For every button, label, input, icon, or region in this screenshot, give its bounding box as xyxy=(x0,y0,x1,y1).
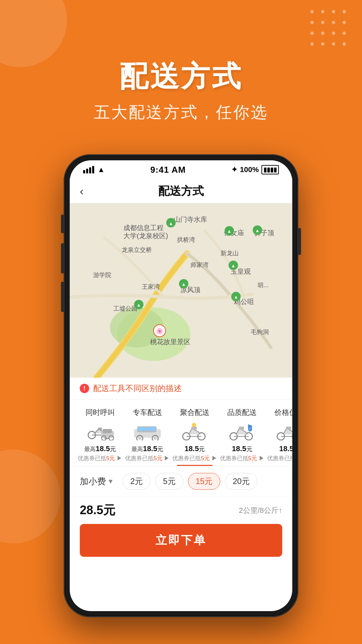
total-row: 28.5元 2公里/8公斤↑ xyxy=(70,496,292,524)
option-name-1: 专车配送 xyxy=(133,408,162,418)
svg-text:桃花故里景区: 桃花故里景区 xyxy=(150,338,190,345)
svg-rect-49 xyxy=(147,427,156,431)
svg-text:▲: ▲ xyxy=(136,302,141,308)
map-svg: 成都信息工程 大学(龙泉校区) 龙泉立交桥 山门寺水库 仙女庙 狮子顶 游学院 … xyxy=(70,203,292,378)
svg-text:▲: ▲ xyxy=(234,294,238,300)
option-name-4: 价格优先 xyxy=(275,408,292,418)
total-price: 28.5元 xyxy=(80,502,115,519)
svg-rect-43 xyxy=(103,429,112,433)
chip-20yuan[interactable]: 20元 xyxy=(225,473,257,490)
svg-text:新龙山: 新龙山 xyxy=(221,250,239,257)
svg-text:大学(龙泉校区): 大学(龙泉校区) xyxy=(123,232,168,239)
svg-text:▲: ▲ xyxy=(169,221,173,226)
nav-title: 配送方式 xyxy=(158,183,204,199)
delivery-option-4[interactable]: 价格优先 ¥ 18. xyxy=(266,408,292,466)
svg-rect-48 xyxy=(138,427,146,431)
status-bar: ▲ 9:41 AM ✦ 100% ▮▮▮▮ xyxy=(70,160,292,179)
extra-fee-label: 加小费 ▼ xyxy=(80,476,114,487)
extra-fee-row: 加小费 ▼ 2元 5元 15元 20元 xyxy=(70,466,292,496)
option-coupon-4: 优惠券已抵5元 ▶ xyxy=(267,454,292,462)
svg-point-57 xyxy=(192,423,196,427)
delivery-option-1[interactable]: 专车配送 最高18 xyxy=(124,408,171,466)
chip-5yuan[interactable]: 5元 xyxy=(155,473,183,490)
svg-text:▲: ▲ xyxy=(231,263,236,268)
svg-text:成都信息工程: 成都信息工程 xyxy=(123,224,164,231)
svg-text:▲: ▲ xyxy=(227,228,232,234)
svg-text:龙泉立交桥: 龙泉立交桥 xyxy=(122,247,152,253)
option-icon-1 xyxy=(132,421,163,441)
warning-icon: ! xyxy=(80,384,89,393)
map-area[interactable]: 成都信息工程 大学(龙泉校区) 龙泉立交桥 山门寺水库 仙女庙 狮子顶 游学院 … xyxy=(70,203,292,378)
svg-text:游学院: 游学院 xyxy=(93,272,111,278)
status-time: 9:41 AM xyxy=(150,165,186,175)
signal-bar-4 xyxy=(92,166,94,173)
dots-decoration xyxy=(310,10,349,48)
signal-bars xyxy=(83,166,94,173)
battery-icon: ▮▮▮▮ xyxy=(261,165,279,174)
extra-fee-chips: 2元 5元 15元 20元 xyxy=(123,473,257,490)
svg-text:工墟公园: 工墟公园 xyxy=(113,305,137,312)
status-right: ✦ 100% ▮▮▮▮ xyxy=(231,165,279,174)
svg-rect-60 xyxy=(239,427,244,430)
chip-15yuan[interactable]: 15元 xyxy=(188,473,221,490)
option-coupon-2: 优惠券已抵5元 ▶ xyxy=(172,454,217,462)
option-icon-4: ¥ xyxy=(274,421,292,441)
delivery-option-3[interactable]: 品质配送 ✓ 18. xyxy=(219,408,266,466)
volume-down-button xyxy=(61,282,64,312)
svg-text:胡...: 胡... xyxy=(257,282,268,288)
info-text: 配送工具不同区别的描述 xyxy=(93,383,182,394)
delivery-info: 2公里/8公斤↑ xyxy=(239,505,282,516)
back-button[interactable]: ‹ xyxy=(80,184,83,198)
delivery-options: 同时呼叫 xyxy=(70,399,292,466)
delivery-option-0[interactable]: 同时呼叫 xyxy=(76,408,124,466)
deco-arc-bottomleft xyxy=(0,449,60,543)
info-bar: ! 配送工具不同区别的描述 xyxy=(70,378,292,399)
svg-text:王家湾: 王家湾 xyxy=(142,283,160,290)
phone-body: ▲ 9:41 AM ✦ 100% ▮▮▮▮ ‹ 配送方式 xyxy=(64,154,298,617)
page-subtitle: 五大配送方式，任你选 xyxy=(0,102,362,123)
volume-up-button xyxy=(61,243,64,273)
battery-percent: 100% xyxy=(240,165,259,174)
svg-rect-41 xyxy=(98,428,102,430)
option-coupon-1: 优惠券已抵5元 ▶ xyxy=(125,454,170,462)
signal-bar-2 xyxy=(86,169,88,173)
svg-text:🌸: 🌸 xyxy=(156,327,164,335)
option-coupon-0: 优惠券已抵5元 ▶ xyxy=(78,454,122,462)
svg-text:✓: ✓ xyxy=(249,427,251,430)
svg-rect-64 xyxy=(286,427,291,430)
signal-bar-3 xyxy=(89,167,91,173)
svg-text:拱桥湾: 拱桥湾 xyxy=(177,236,195,243)
svg-point-53 xyxy=(154,437,157,440)
option-name-3: 品质配送 xyxy=(227,408,257,418)
option-name-0: 同时呼叫 xyxy=(85,408,115,418)
order-button[interactable]: 立即下单 xyxy=(80,524,282,557)
option-icon-0 xyxy=(85,421,115,441)
status-signals: ▲ xyxy=(83,165,105,174)
phone-screen: ▲ 9:41 AM ✦ 100% ▮▮▮▮ ‹ 配送方式 xyxy=(70,160,292,611)
option-coupon-3: 优惠券已抵5元 ▶ xyxy=(220,454,264,462)
mute-button xyxy=(61,215,64,233)
svg-text:毛狗洞: 毛狗洞 xyxy=(251,329,269,335)
header-section: 配送方式 五大配送方式，任你选 xyxy=(0,60,362,123)
chip-2yuan[interactable]: 2元 xyxy=(123,473,150,490)
svg-rect-56 xyxy=(191,427,197,430)
option-price-1: 最高18.5元 xyxy=(131,444,163,453)
svg-text:山门寺水库: 山门寺水库 xyxy=(174,216,207,223)
power-button xyxy=(298,228,301,255)
delivery-option-2[interactable]: 聚合配送 18.5元 xyxy=(171,408,218,466)
nav-bar: ‹ 配送方式 xyxy=(70,179,292,203)
deco-circle-topleft xyxy=(0,0,67,67)
option-price-0: 最高18.5元 xyxy=(84,444,116,453)
svg-text:师家湾: 师家湾 xyxy=(190,262,208,268)
wifi-icon: ▲ xyxy=(98,165,105,174)
bluetooth-icon: ✦ xyxy=(231,165,237,174)
svg-point-52 xyxy=(138,437,141,440)
signal-bar-1 xyxy=(83,170,85,173)
phone-mockup: ▲ 9:41 AM ✦ 100% ▮▮▮▮ ‹ 配送方式 xyxy=(64,154,298,617)
option-name-2: 聚合配送 xyxy=(180,408,209,418)
option-price-2: 18.5元 xyxy=(185,444,205,453)
option-icon-3: ✓ xyxy=(227,421,257,441)
option-icon-2 xyxy=(180,421,210,441)
option-price-3: 18.5元 xyxy=(232,444,252,453)
svg-text:▲: ▲ xyxy=(181,281,186,287)
